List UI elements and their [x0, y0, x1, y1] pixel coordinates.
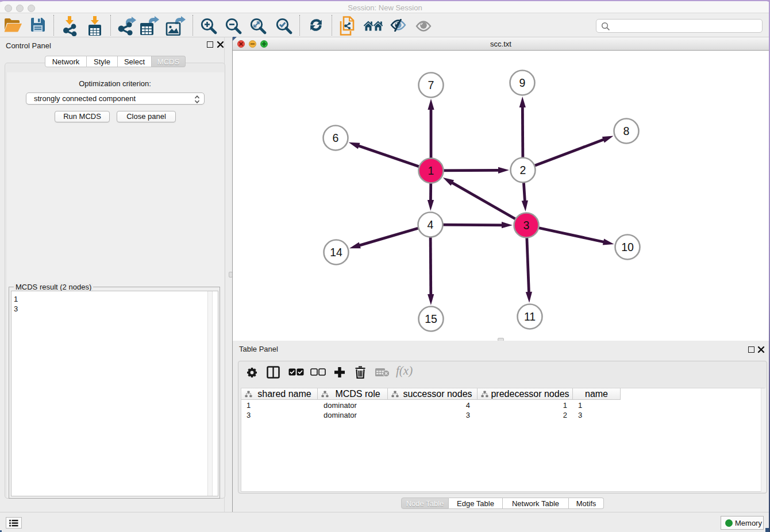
svg-text:2: 2 — [520, 164, 526, 176]
svg-text:3: 3 — [523, 219, 530, 232]
svg-text:4: 4 — [428, 218, 434, 231]
svg-text:10: 10 — [621, 241, 634, 253]
svg-text:14: 14 — [330, 246, 342, 259]
svg-text:6: 6 — [333, 132, 339, 144]
svg-text:8: 8 — [623, 125, 630, 137]
svg-text:11: 11 — [524, 310, 536, 323]
svg-text:7: 7 — [428, 79, 434, 91]
svg-text:1: 1 — [428, 164, 434, 177]
svg-text:15: 15 — [425, 313, 437, 325]
svg-text:9: 9 — [519, 76, 526, 89]
